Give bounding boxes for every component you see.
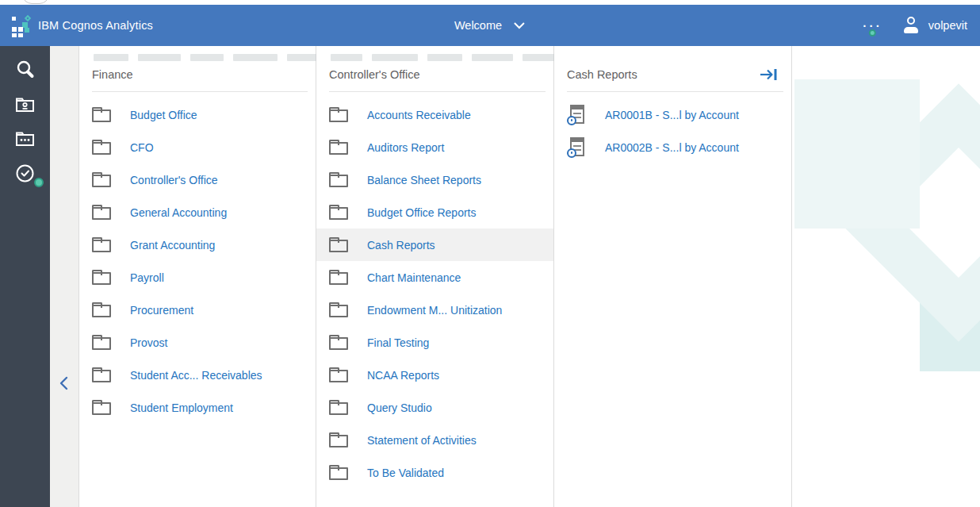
item-label: Endowment M... Unitization xyxy=(367,304,502,317)
folder-icon xyxy=(329,272,348,285)
app-sidebar xyxy=(0,46,50,507)
folder-item[interactable]: Controller's Office xyxy=(79,163,316,196)
recent-icon[interactable] xyxy=(14,162,36,184)
folder-item[interactable]: Cash Reports xyxy=(316,229,553,261)
panel-title: Controller's Office xyxy=(329,68,420,81)
folder-icon xyxy=(92,207,111,220)
folder-item[interactable]: Endowment M... Unitization xyxy=(316,294,553,326)
folder-item[interactable]: To Be Validated xyxy=(316,456,553,489)
cognos-analytics-window: IBM Cognos Analytics Welcome ... volpevi… xyxy=(0,0,980,507)
panel-controllers-office: Controller's Office Accounts ReceivableA… xyxy=(316,46,554,507)
item-label: AR0002B - S...l by Account xyxy=(605,141,739,154)
chevron-down-icon xyxy=(513,21,526,29)
folder-icon xyxy=(92,337,111,350)
item-label: Balance Sheet Reports xyxy=(367,174,481,186)
report-icon xyxy=(567,105,586,125)
app-title: IBM Cognos Analytics xyxy=(38,5,153,46)
drill-forward-icon[interactable] xyxy=(760,67,779,82)
overflow-dots-glyph: ... xyxy=(863,16,882,29)
clipped-content-ghost xyxy=(331,54,561,61)
panel-divider xyxy=(329,91,546,92)
folder-icon xyxy=(92,142,111,155)
folder-icon xyxy=(329,305,348,317)
panel-divider xyxy=(92,91,308,92)
item-label: Budget Office Reports xyxy=(367,206,476,219)
report-icon xyxy=(567,137,586,158)
item-label: Provost xyxy=(130,336,167,349)
browser-tab-fragment xyxy=(22,0,49,4)
folder-item[interactable]: Student Acc... Receivables xyxy=(79,359,316,391)
folder-item[interactable]: Payroll xyxy=(79,261,316,294)
folder-item[interactable]: CFO xyxy=(79,131,316,163)
item-label: CFO xyxy=(130,141,154,154)
welcome-label: Welcome xyxy=(454,19,502,32)
user-name: volpevit xyxy=(928,19,967,32)
folder-item[interactable]: General Accounting xyxy=(79,196,316,229)
folder-item[interactable]: Procurement xyxy=(79,294,316,326)
user-avatar-icon xyxy=(903,16,921,35)
folder-item[interactable]: NCAA Reports xyxy=(316,359,553,391)
item-label: General Accounting xyxy=(130,206,227,219)
browser-edge-strip xyxy=(0,0,980,5)
my-content-icon[interactable] xyxy=(14,94,36,116)
folder-icon xyxy=(92,240,111,252)
item-label: Accounts Receivable xyxy=(367,109,471,121)
app-bar: IBM Cognos Analytics Welcome ... volpevi… xyxy=(0,5,980,46)
folder-icon xyxy=(92,305,111,317)
cognos-logo-icon xyxy=(10,15,33,37)
team-content-icon[interactable] xyxy=(14,128,36,150)
notification-dot xyxy=(868,29,875,36)
item-label: Payroll xyxy=(130,271,164,284)
panel-title: Cash Reports xyxy=(567,68,637,81)
folder-icon xyxy=(329,435,348,447)
folder-item[interactable]: Chart Maintenance xyxy=(316,261,553,294)
folder-icon xyxy=(329,142,348,155)
report-list: AR0001B - S...l by AccountAR0002B - S...… xyxy=(554,98,791,163)
collapse-panel-chevron[interactable] xyxy=(58,375,71,391)
panel-cash-reports: Cash Reports AR0001B - S...l by AccountA… xyxy=(554,46,792,507)
folder-item[interactable]: Budget Office xyxy=(79,98,316,131)
content-browser: Finance Budget OfficeCFOController's Off… xyxy=(78,46,792,507)
item-label: Controller's Office xyxy=(130,174,218,186)
welcome-background-art xyxy=(792,46,980,507)
search-icon[interactable] xyxy=(14,59,36,81)
panel-title: Finance xyxy=(92,68,133,81)
folder-icon xyxy=(329,175,348,187)
user-menu[interactable]: volpevit xyxy=(903,16,967,35)
welcome-menu[interactable]: Welcome xyxy=(454,5,526,46)
report-item[interactable]: AR0001B - S...l by Account xyxy=(554,98,791,131)
folder-icon xyxy=(329,337,348,350)
folder-item[interactable]: Accounts Receivable xyxy=(316,98,553,131)
report-item[interactable]: AR0002B - S...l by Account xyxy=(554,131,791,163)
folder-item[interactable]: Balance Sheet Reports xyxy=(316,163,553,196)
folder-item[interactable]: Grant Accounting xyxy=(79,229,316,261)
panel-finance: Finance Budget OfficeCFOController's Off… xyxy=(78,46,316,507)
item-label: To Be Validated xyxy=(367,467,444,479)
folder-icon xyxy=(329,109,348,122)
folder-item[interactable]: Query Studio xyxy=(316,391,553,424)
folder-item[interactable]: Auditors Report xyxy=(316,131,553,163)
folder-icon xyxy=(329,207,348,220)
folder-item[interactable]: Student Employment xyxy=(79,391,316,424)
folder-item[interactable]: Provost xyxy=(79,326,316,359)
background-pale-rect xyxy=(794,79,920,229)
folder-icon xyxy=(329,240,348,252)
item-label: Statement of Activities xyxy=(367,434,477,447)
folder-item[interactable]: Statement of Activities xyxy=(316,424,553,456)
item-label: AR0001B - S...l by Account xyxy=(605,109,739,121)
folder-item[interactable]: Budget Office Reports xyxy=(316,196,553,229)
folder-list: Accounts ReceivableAuditors ReportBalanc… xyxy=(316,98,553,489)
item-label: Query Studio xyxy=(367,401,432,414)
item-label: Cash Reports xyxy=(367,239,435,252)
item-label: Student Employment xyxy=(130,401,233,414)
folder-icon xyxy=(92,370,111,382)
folder-item[interactable]: Final Testing xyxy=(316,326,553,359)
item-label: Budget Office xyxy=(130,109,197,121)
panel-gutter xyxy=(50,46,78,507)
folder-list: Budget OfficeCFOController's OfficeGener… xyxy=(79,98,316,424)
overflow-menu-button[interactable]: ... xyxy=(863,16,882,29)
folder-icon xyxy=(92,109,111,122)
item-label: Final Testing xyxy=(367,336,429,349)
item-label: Procurement xyxy=(130,304,193,317)
folder-icon xyxy=(329,402,348,415)
